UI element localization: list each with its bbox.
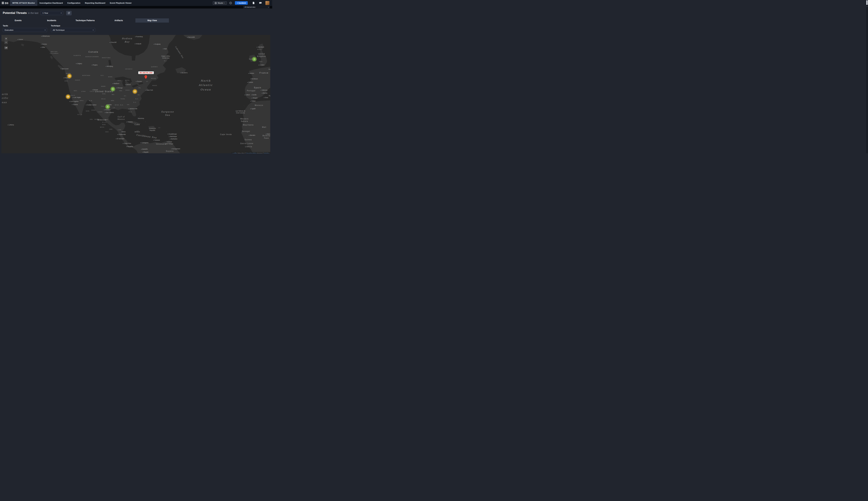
cluster-marker[interactable]: 16 bbox=[67, 74, 71, 78]
globe-icon bbox=[215, 2, 217, 4]
top-nav: D3 MITRE ATT&CK MonitorInvestigation Das… bbox=[0, 0, 272, 6]
nav-item[interactable]: Reporting Dashboard bbox=[83, 0, 108, 6]
nav-item[interactable]: Investigation Dashboard bbox=[37, 0, 65, 6]
tab-map-view[interactable]: Map View bbox=[136, 18, 169, 23]
chevron-down-icon: ▾ bbox=[224, 2, 225, 4]
nav-item[interactable]: MITRE ATT&CK Monitor bbox=[10, 0, 37, 6]
refresh-button[interactable] bbox=[66, 11, 72, 15]
tab-events[interactable]: Events bbox=[1, 18, 35, 23]
tactic-select[interactable]: Execution bbox=[3, 28, 47, 32]
site-bar: All internal sites bbox=[0, 6, 272, 9]
zoom-out-button[interactable]: − bbox=[4, 41, 8, 44]
layers-button[interactable]: LM bbox=[4, 46, 8, 50]
time-range-select[interactable]: 1 Year bbox=[41, 11, 63, 15]
attribution-text-1: | Map data © bbox=[237, 152, 246, 153]
site-selector[interactable]: All internal sites bbox=[243, 6, 270, 8]
tactic-label: Tactic bbox=[3, 25, 47, 27]
nav-item[interactable]: Configuration bbox=[65, 0, 83, 6]
tab-artifacts[interactable]: Artifacts bbox=[102, 18, 136, 23]
chat-icon[interactable] bbox=[259, 2, 262, 4]
site-selector-value: All internal sites bbox=[244, 6, 255, 8]
cluster-marker[interactable]: 3 bbox=[111, 87, 115, 91]
page-subtitle: in the last bbox=[28, 12, 39, 14]
technique-value: All Technique bbox=[53, 29, 65, 31]
threat-pin-icon[interactable] bbox=[144, 75, 147, 80]
tenant-label: Master bbox=[218, 2, 224, 4]
tab-bar: EventsIncidentsTechnique PatternsArtifac… bbox=[1, 18, 272, 23]
document-icon[interactable] bbox=[253, 2, 255, 4]
osm-link[interactable]: OpenStreetMap bbox=[246, 152, 257, 153]
cluster-marker[interactable]: 3 bbox=[106, 105, 109, 109]
zoom-in-button[interactable]: + bbox=[4, 36, 8, 41]
tab-technique-patterns[interactable]: Technique Patterns bbox=[68, 18, 102, 23]
cluster-marker[interactable]: 12 bbox=[133, 89, 137, 93]
cluster-marker[interactable]: 26 bbox=[66, 95, 70, 99]
time-range-value: 1 Year bbox=[43, 12, 48, 14]
ip-tooltip: 35.182.91.154 bbox=[138, 71, 154, 74]
d3-logo: D3 bbox=[2, 2, 8, 4]
d3-logo-text: D3 bbox=[5, 2, 8, 4]
mapbox-link[interactable]: Mapbox bbox=[264, 152, 269, 153]
cluster-marker[interactable]: 2 bbox=[253, 57, 256, 61]
avatar[interactable] bbox=[266, 1, 269, 5]
zoom-control: + − LM bbox=[4, 36, 8, 50]
nav-right: Master ▾ + Incident bbox=[213, 1, 272, 5]
d3-logo-icon bbox=[2, 2, 4, 4]
refresh-icon bbox=[68, 12, 70, 14]
technique-select[interactable]: All Technique bbox=[51, 28, 95, 32]
page-header: Potential Threats in the last 1 Year bbox=[0, 9, 272, 16]
attribution-text-2: Imagery © bbox=[257, 152, 264, 153]
page-title: Potential Threats bbox=[3, 11, 27, 15]
map-basemap bbox=[1, 35, 270, 153]
tactic-value: Execution bbox=[5, 29, 13, 31]
technique-filter: Technique All Technique bbox=[51, 25, 95, 32]
map-attribution: Leaflet | Map data © OpenStreetMap Image… bbox=[232, 152, 270, 153]
threat-map[interactable]: WhitehorseHomerJuneauSitkaChurchillHudso… bbox=[1, 35, 270, 153]
tab-incidents[interactable]: Incidents bbox=[35, 18, 68, 23]
technique-label: Technique bbox=[51, 25, 95, 27]
tenant-switcher[interactable]: Master ▾ bbox=[213, 1, 227, 5]
nav-items: MITRE ATT&CK MonitorInvestigation Dashbo… bbox=[10, 0, 134, 6]
add-incident-button[interactable]: + Incident bbox=[235, 1, 248, 5]
nav-item[interactable]: Event Playbook Viewer bbox=[108, 0, 134, 6]
filters: Tactic Execution Technique All Technique bbox=[3, 25, 272, 32]
info-button[interactable] bbox=[229, 2, 232, 4]
tactic-filter: Tactic Execution bbox=[3, 25, 47, 32]
leaflet-link[interactable]: Leaflet bbox=[233, 152, 237, 153]
